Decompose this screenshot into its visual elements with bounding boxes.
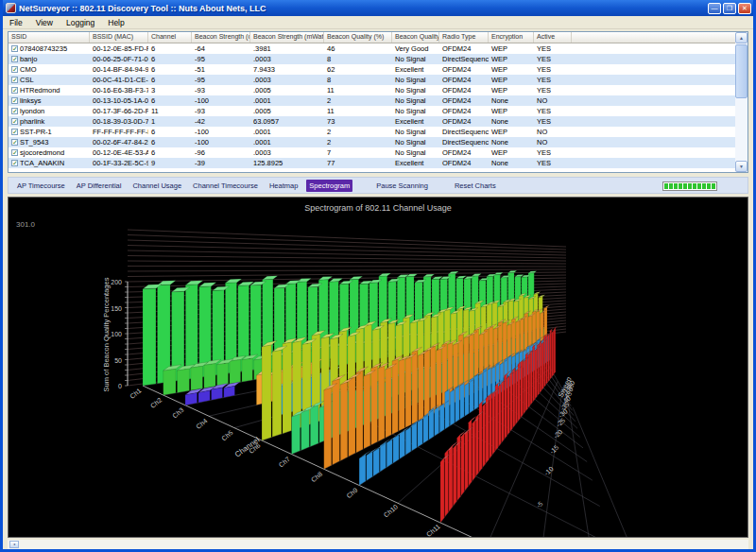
table-cell: WEP [489,64,534,75]
table-row[interactable]: banjo00-06-25-0F-71-0C6-95.00038No Signa… [9,54,737,64]
chart-horizontal-scrollbar[interactable]: ◂ [8,540,748,549]
row-checkbox-checked[interactable] [11,66,18,73]
table-row[interactable]: SST-PR-1FF-FF-FF-FF-FF-FF6-100.00012No S… [9,127,737,137]
table-cell: .0003 [250,75,324,85]
row-checkbox-checked[interactable] [11,108,18,114]
menu-help[interactable]: Help [101,18,130,27]
menu-file[interactable]: File [3,18,29,27]
svg-text:0: 0 [118,383,122,389]
scroll-up-button[interactable]: ▲ [735,32,747,43]
svg-text:Ch2: Ch2 [149,396,163,409]
chart-max-value: 301.0 [16,220,35,229]
table-cell: YES [534,75,572,85]
scroll-left-button[interactable]: ◂ [9,541,19,548]
column-header[interactable]: Beacon Strength (dBm) [192,32,250,43]
tab-ap-timecourse[interactable]: AP Timecourse [14,180,68,192]
scroll-down-button[interactable]: ▼ [735,161,747,172]
column-header[interactable]: Channel [148,32,192,43]
table-cell: 46 [324,43,392,54]
tab-ap-differential[interactable]: AP Differential [74,180,125,192]
column-header[interactable]: Beacon Strength (mWatt x 10^6) [250,32,324,43]
table-cell: 9 [148,158,192,168]
progress-segment [707,183,711,189]
row-checkbox-checked[interactable] [11,160,18,166]
tab-channel-usage[interactable]: Channel Usage [129,180,184,192]
table-cell: 125.8925 [250,158,324,168]
row-checkbox-checked[interactable] [11,149,18,156]
row-checkbox-checked[interactable] [11,97,18,104]
table-cell: WEP [489,147,534,158]
table-cell: NO [534,127,572,137]
minimize-button[interactable]: — [708,3,721,14]
table-cell: 6 [148,75,192,85]
table-cell: ST_9543 [9,137,90,147]
table-vertical-scrollbar[interactable]: ▲ ▼ [735,32,747,172]
table-cell: 00-17-3F-66-2D-F4 [90,106,148,116]
table-cell: -100 [192,137,250,147]
table-cell: 6 [148,43,192,54]
table-cell: WEP [489,85,534,95]
tab-channel-timecourse[interactable]: Channel Timecourse [190,180,261,192]
table-cell: 6 [148,95,192,106]
row-checkbox-checked[interactable] [11,77,18,83]
row-checkbox-checked[interactable] [11,139,18,146]
row-checkbox-checked[interactable] [11,87,18,94]
tab-heatmap[interactable]: Heatmap [266,180,301,192]
table-header-row: SSIDBSSID (MAC)ChannelBeacon Strength (d… [9,32,737,43]
row-checkbox-checked[interactable] [11,118,18,125]
column-header[interactable]: Active [534,32,572,43]
column-header[interactable]: SSID [9,32,90,43]
table-cell: 00-13-10-05-1A-03 [90,95,148,106]
column-header[interactable]: BSSID (MAC) [90,32,148,43]
table-cell: DirectSequencing [439,127,489,137]
column-header[interactable]: Beacon Quality [392,32,439,43]
table-cell: -95 [192,75,250,85]
progress-segment [688,183,692,189]
spectrogram-chart: 050100150200Sum of Beacon Quality Percen… [9,198,747,537]
svg-text:100: 100 [111,331,122,337]
scrollbar-thumb[interactable] [735,44,747,98]
table-cell: No Signal [392,106,439,116]
reset-charts-button[interactable]: Reset Charts [452,180,499,192]
table-cell: 00-0C-41-D1-CE-3B [90,75,148,85]
row-checkbox-checked[interactable] [11,129,18,135]
table-row[interactable]: pharlink00-18-39-03-0D-7B1-4263.095773Ex… [9,116,737,127]
table-row[interactable]: lyondon00-17-3F-66-2D-F411-93.000511No S… [9,106,737,116]
table-cell: CMO [9,64,90,75]
table-row[interactable]: CMO00-14-BF-84-94-926-517.943362Excellen… [9,64,737,75]
menu-view[interactable]: View [29,18,60,27]
table-cell: -39 [192,158,250,168]
table-row[interactable]: TCA_ANAKIN00-1F-33-2E-5C-909-39125.89257… [9,158,737,168]
close-button[interactable]: ✕ [738,3,751,14]
table-cell: -96 [192,147,250,158]
table-row[interactable]: ST_954300-02-6F-47-84-2F6-100.00012No Si… [9,137,737,147]
table-cell: OFDM24 [439,64,489,75]
table-cell: 63.0957 [250,116,324,127]
table-cell: Excellent [392,158,439,168]
column-header[interactable]: Beacon Quality (%) [324,32,392,43]
network-table: SSIDBSSID (MAC)ChannelBeacon Strength (d… [8,31,748,173]
table-row[interactable]: 07840874323500-12-0E-85-FD-FE6-64.398146… [9,43,737,54]
table-row[interactable]: CSL00-0C-41-D1-CE-3B6-95.00038No SignalO… [9,75,737,85]
table-cell: OFDM24 [439,106,489,116]
column-header[interactable]: Radio Type [439,32,489,43]
row-checkbox-checked[interactable] [11,45,18,52]
table-row[interactable]: linksys00-13-10-05-1A-036-100.00012No Si… [9,95,737,106]
table-row[interactable]: sjocoredmond00-12-0E-4E-53-AB6-96.00037N… [9,147,737,158]
table-row[interactable]: HTRedmond00-16-E6-3B-F3-7C3-93.000511No … [9,85,737,95]
row-checkbox-checked[interactable] [11,56,18,62]
title-bar[interactable]: NetSurveyor :: 802.11 Discovery Tool :: … [0,0,756,16]
table-cell: CSL [9,75,90,85]
table-cell: WEP [489,106,534,116]
table-cell: 6 [148,127,192,137]
table-cell: 8 [324,54,392,64]
tab-spectrogram[interactable]: Spectrogram [306,180,352,192]
table-cell: YES [534,64,572,75]
column-header[interactable]: Encryption [489,32,534,43]
table-cell: 7 [324,147,392,158]
menu-logging[interactable]: Logging [60,18,101,27]
table-cell: 00-06-25-0F-71-0C [90,54,148,64]
pause-scanning-button[interactable]: Pause Scanning [373,180,431,192]
table-cell: 3 [148,85,192,95]
maximize-button[interactable]: ❐ [723,3,736,14]
